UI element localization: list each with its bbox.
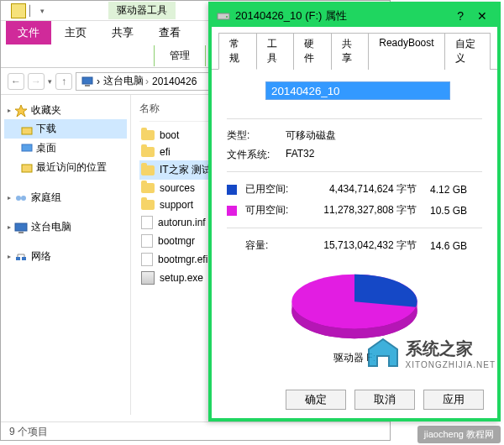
type-value: 可移动磁盘 bbox=[286, 128, 336, 143]
star-icon bbox=[14, 104, 28, 118]
svg-point-7 bbox=[21, 196, 26, 201]
file-name: bootmgr bbox=[158, 235, 195, 247]
drive-icon bbox=[217, 9, 230, 23]
navigation-pane: ▸ 收藏夹 下载 桌面 最近访问的位置 bbox=[1, 95, 131, 415]
type-label: 类型: bbox=[227, 128, 286, 143]
svg-marker-2 bbox=[15, 105, 27, 117]
item-count: 9 个项目 bbox=[9, 426, 48, 437]
svg-rect-0 bbox=[82, 77, 92, 84]
nav-forward-button[interactable]: → bbox=[28, 73, 45, 90]
pc-icon bbox=[81, 76, 93, 87]
folder-icon bbox=[141, 130, 155, 140]
free-bytes: 11,278,327,808 字节 bbox=[306, 203, 417, 217]
download-icon bbox=[21, 123, 33, 135]
cancel-button[interactable]: 取消 bbox=[354, 390, 415, 410]
breadcrumb[interactable]: 20140426 bbox=[152, 76, 197, 87]
nav-back-button[interactable]: ← bbox=[8, 73, 24, 90]
chevron-icon: ▸ bbox=[8, 194, 11, 202]
tab-share[interactable]: 共享 bbox=[100, 21, 145, 44]
svg-rect-12 bbox=[218, 13, 229, 19]
pc-icon bbox=[14, 221, 28, 234]
disk-usage-pie-chart bbox=[283, 268, 426, 343]
dialog-title: 20140426_10 (F:) 属性 bbox=[235, 8, 347, 24]
file-name: support bbox=[160, 199, 193, 211]
used-space-row: 已用空间: 4,434,714,624 字节 4.12 GB bbox=[227, 179, 482, 200]
drive-name-input[interactable] bbox=[265, 81, 450, 100]
free-swatch bbox=[227, 206, 237, 216]
svg-rect-10 bbox=[16, 257, 20, 260]
svg-point-6 bbox=[16, 196, 21, 201]
tab-file[interactable]: 文件 bbox=[6, 21, 51, 44]
file-name: efi bbox=[160, 146, 171, 158]
tab-sharing[interactable]: 共享 bbox=[332, 33, 370, 70]
capacity-row: 容量: 15,713,042,432 字节 14.6 GB bbox=[227, 235, 482, 256]
nav-up-button[interactable]: ↑ bbox=[55, 73, 72, 90]
file-name: bootmgr.efi bbox=[158, 254, 207, 265]
sidebar-item-desktop[interactable]: 桌面 bbox=[4, 139, 127, 158]
file-icon bbox=[141, 216, 153, 229]
sidebar-favorites[interactable]: ▸ 收藏夹 bbox=[4, 102, 127, 119]
breadcrumb[interactable]: 这台电脑› bbox=[103, 74, 149, 88]
ribbon-context-label: 驱动器工具 bbox=[108, 2, 176, 19]
folder-icon bbox=[141, 165, 155, 175]
svg-rect-4 bbox=[22, 144, 32, 151]
svg-rect-9 bbox=[18, 232, 24, 233]
tab-hardware[interactable]: 硬件 bbox=[294, 33, 332, 70]
capacity-size: 14.6 GB bbox=[417, 240, 467, 252]
chevron-down-icon: ▸ bbox=[8, 107, 11, 114]
dialog-titlebar[interactable]: 20140426_10 (F:) 属性 ? ✕ bbox=[212, 5, 497, 27]
site-watermark: 系统之家 XITONGZHIJIA.NET bbox=[365, 336, 496, 371]
file-name: setup.exe bbox=[160, 272, 203, 284]
file-icon bbox=[141, 234, 153, 248]
svg-rect-11 bbox=[22, 257, 26, 260]
chevron-icon: ▸ bbox=[8, 253, 11, 260]
ok-button[interactable]: 确定 bbox=[286, 390, 346, 410]
sidebar-homegroup[interactable]: ▸ 家庭组 bbox=[4, 189, 127, 207]
free-space-row: 可用空间: 11,278,327,808 字节 10.5 GB bbox=[227, 200, 482, 221]
sidebar-network[interactable]: ▸ 网络 bbox=[4, 248, 127, 265]
qat-divider: ▏ bbox=[29, 5, 37, 17]
sidebar-label: 收藏夹 bbox=[31, 103, 61, 118]
logo-icon bbox=[365, 336, 401, 371]
apply-button[interactable]: 应用 bbox=[423, 390, 484, 410]
desktop-icon bbox=[21, 143, 33, 154]
filesystem-label: 文件系统: bbox=[227, 148, 286, 162]
svg-rect-5 bbox=[22, 165, 32, 172]
tab-customize[interactable]: 自定义 bbox=[445, 33, 491, 70]
chevron-right-icon[interactable]: › bbox=[97, 76, 100, 87]
tab-manage[interactable]: 管理 bbox=[154, 45, 206, 66]
folder-icon bbox=[141, 200, 155, 210]
dialog-close-button[interactable]: ✕ bbox=[472, 9, 492, 23]
qat-dropdown-icon[interactable]: ▾ bbox=[40, 7, 45, 15]
dialog-help-button[interactable]: ? bbox=[452, 9, 469, 23]
tab-readyboost[interactable]: ReadyBoost bbox=[369, 33, 444, 70]
file-name: boot bbox=[160, 129, 179, 141]
recent-icon bbox=[21, 162, 33, 174]
svg-rect-3 bbox=[22, 128, 32, 134]
sidebar-thispc[interactable]: ▸ 这台电脑 bbox=[4, 218, 127, 236]
used-bytes: 4,434,714,624 字节 bbox=[306, 182, 417, 196]
sidebar-item-recent[interactable]: 最近访问的位置 bbox=[4, 158, 127, 177]
chevron-icon: ▸ bbox=[8, 223, 11, 231]
status-bar: 9 个项目 bbox=[1, 421, 390, 440]
svg-rect-1 bbox=[85, 85, 90, 86]
file-name: sources bbox=[160, 182, 195, 194]
free-size: 10.5 GB bbox=[417, 205, 467, 217]
used-size: 4.12 GB bbox=[417, 184, 467, 196]
nav-recent-icon[interactable]: ▾ bbox=[48, 77, 52, 86]
homegroup-icon bbox=[14, 191, 28, 205]
svg-point-13 bbox=[226, 16, 228, 18]
sidebar-item-downloads[interactable]: 下载 bbox=[4, 119, 127, 139]
tab-tools[interactable]: 工具 bbox=[257, 33, 295, 70]
filesystem-value: FAT32 bbox=[286, 148, 314, 162]
file-name: autorun.inf bbox=[158, 217, 206, 228]
properties-tabs: 常规 工具 硬件 共享 ReadyBoost 自定义 bbox=[212, 27, 497, 70]
capacity-bytes: 15,713,042,432 字节 bbox=[306, 238, 417, 253]
folder-icon bbox=[141, 183, 155, 193]
folder-icon bbox=[11, 3, 26, 18]
tab-home[interactable]: 主页 bbox=[53, 21, 98, 44]
exe-icon bbox=[141, 271, 155, 285]
tab-view[interactable]: 查看 bbox=[147, 21, 192, 44]
corner-watermark: jiaocheng 教程网 bbox=[417, 426, 501, 443]
tab-general[interactable]: 常规 bbox=[218, 33, 257, 70]
